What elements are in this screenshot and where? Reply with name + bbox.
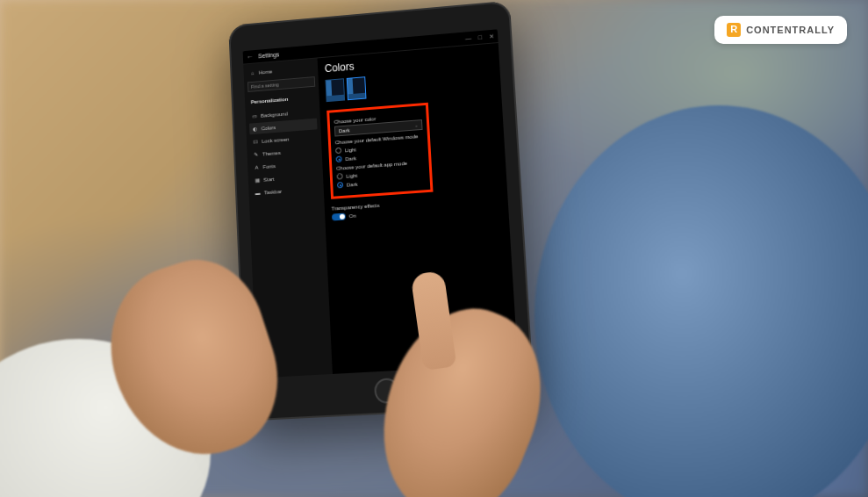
- themes-icon: ✎: [253, 151, 259, 157]
- home-icon: ⌂: [249, 69, 255, 76]
- color-preview-swatch[interactable]: [326, 78, 346, 102]
- minimize-button[interactable]: —: [465, 34, 471, 41]
- start-icon: ▦: [254, 176, 260, 183]
- contentrally-logo-icon: [727, 23, 741, 37]
- fonts-icon: A: [254, 164, 260, 170]
- window-title: Settings: [258, 52, 279, 60]
- radio-label: Light: [346, 172, 357, 178]
- sidebar-item-home[interactable]: ⌂ Home: [247, 62, 314, 79]
- dropdown-value: Dark: [339, 127, 350, 133]
- sidebar-item-label: Colors: [262, 125, 276, 131]
- sidebar-item-label: Background: [261, 111, 288, 118]
- highlighted-section: Choose your color Dark ⌄ Choose your def…: [326, 103, 433, 199]
- colors-icon: ◐: [252, 126, 258, 132]
- window-controls: — □ ✕: [465, 32, 495, 42]
- transparency-toggle[interactable]: [332, 213, 346, 221]
- watermark-text: CONTENTRALLY: [746, 25, 835, 35]
- sidebar-item-label: Lock screen: [262, 136, 289, 143]
- watermark-badge: CONTENTRALLY: [714, 16, 847, 44]
- radio-label: Dark: [347, 181, 358, 187]
- search-input[interactable]: Find a setting: [247, 76, 315, 92]
- radio-icon-selected: [337, 182, 343, 188]
- color-preview-swatch-selected[interactable]: [347, 76, 367, 100]
- radio-label: Dark: [345, 155, 356, 162]
- sidebar-item-label: Taskbar: [264, 189, 283, 195]
- toggle-state-label: On: [349, 213, 356, 219]
- lock-screen-icon: ⊡: [253, 138, 259, 144]
- close-button[interactable]: ✕: [489, 32, 494, 40]
- sidebar-item-label: Fonts: [262, 163, 276, 169]
- background-icon: ▭: [251, 112, 257, 119]
- taskbar-icon: ▬: [255, 190, 261, 196]
- maximize-button[interactable]: □: [478, 33, 483, 40]
- sidebar-item-label: Home: [259, 68, 273, 75]
- chevron-down-icon: ⌄: [414, 122, 418, 127]
- sidebar-item-label: Themes: [262, 150, 281, 156]
- radio-icon: [337, 173, 343, 179]
- radio-label: Light: [345, 147, 356, 153]
- back-button[interactable]: ←: [247, 53, 254, 61]
- radio-icon: [335, 148, 341, 154]
- radio-icon-selected: [336, 156, 342, 162]
- sidebar-item-label: Start: [263, 176, 274, 182]
